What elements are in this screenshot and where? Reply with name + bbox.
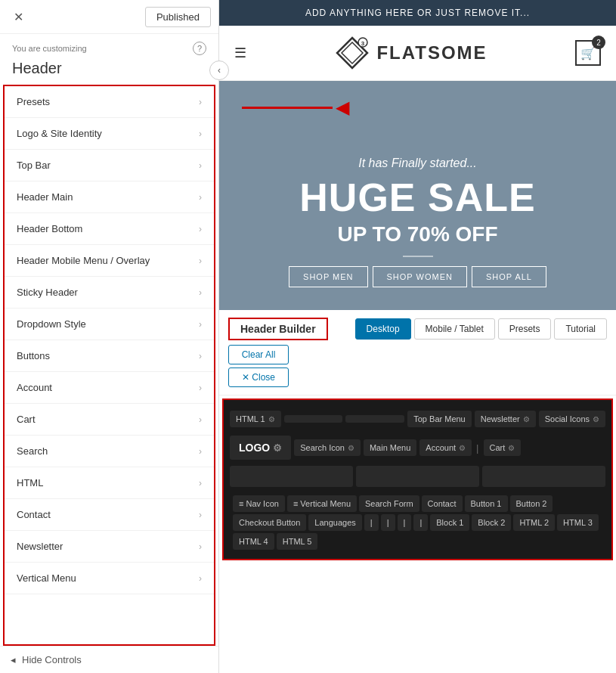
menu-item-label: Buttons — [17, 350, 50, 361]
panel-topbar: ✕ Published — [0, 0, 218, 34]
builder-cell-empty5 — [482, 466, 605, 487]
shop-button-shop-men[interactable]: SHOP MEN — [289, 266, 367, 287]
hamburger-icon[interactable]: ☰ — [234, 45, 246, 61]
menu-item-logo-site-identity[interactable]: Logo & Site Identity› — [5, 118, 214, 150]
bottom-item-sep4[interactable]: | — [413, 514, 428, 531]
bottom-item-sep2[interactable]: | — [381, 514, 395, 531]
builder-cell-account[interactable]: Account ⚙ — [419, 439, 472, 456]
hide-controls-bar[interactable]: ◂ Hide Controls — [0, 646, 218, 673]
bottom-item-html3[interactable]: HTML 3 — [557, 514, 599, 531]
builder-cell-top-bar-menu[interactable]: Top Bar Menu — [407, 411, 471, 427]
menu-item-label: Header Mobile Menu / Overlay — [17, 255, 150, 266]
chevron-icon: › — [199, 383, 202, 393]
chevron-icon: › — [199, 478, 202, 488]
builder-cell-empty1 — [284, 415, 343, 423]
help-icon[interactable]: ? — [193, 42, 206, 55]
chevron-icon: › — [199, 541, 202, 552]
bottom-items-row: ≡ Nav Icon ≡ Vertical Menu Search Form C… — [230, 492, 605, 553]
chevron-icon: › — [199, 129, 202, 139]
menu-item-label: Header Main — [17, 191, 73, 203]
shop-button-shop-women[interactable]: SHOP WOMEN — [373, 266, 467, 287]
chevron-icon: › — [199, 510, 202, 520]
chevron-icon: › — [199, 573, 202, 584]
header-builder-title: Header Builder — [228, 318, 328, 340]
announcement-text: ADD ANYTHING HERE OR JUST REMOVE IT... — [305, 8, 530, 18]
bottom-item-sep1[interactable]: | — [364, 514, 379, 531]
menu-item-label: Top Bar — [17, 160, 51, 171]
menu-item-label: Header Bottom — [17, 223, 82, 234]
menu-item-label: HTML — [17, 477, 43, 488]
menu-item-contact[interactable]: Contact› — [5, 499, 214, 531]
hero-divider — [403, 256, 433, 257]
hero-title: HUGE SALE — [234, 176, 601, 219]
bottom-item-languages[interactable]: Languages — [308, 514, 361, 531]
site-header: ☰ 3 FLATSOME 🛒 2 — [219, 26, 616, 81]
tab-presets[interactable]: Presets — [498, 318, 552, 340]
chevron-icon: › — [199, 160, 202, 171]
menu-item-label: Sticky Header — [17, 287, 78, 298]
menu-item-account[interactable]: Account› — [5, 372, 214, 404]
tab-mobile-tablet[interactable]: Mobile / Tablet — [414, 318, 495, 340]
shop-button-shop-all[interactable]: SHOP ALL — [472, 266, 546, 287]
menu-item-newsletter[interactable]: Newsletter› — [5, 531, 214, 563]
logo-area: 3 FLATSOME — [334, 35, 487, 71]
bottom-item-block2[interactable]: Block 2 — [472, 514, 511, 531]
menu-item-label: Contact — [17, 509, 51, 520]
bottom-item-search-form[interactable]: Search Form — [359, 495, 419, 512]
builder-cell-html1[interactable]: HTML 1 ⚙ — [230, 411, 281, 427]
menu-item-vertical-menu[interactable]: Vertical Menu› — [5, 563, 214, 594]
bottom-item-html2[interactable]: HTML 2 — [513, 514, 555, 531]
hero-subtitle: It has Finally started... — [234, 157, 601, 170]
bottom-item-nav-icon[interactable]: ≡ Nav Icon — [233, 495, 285, 512]
menu-item-cart[interactable]: Cart› — [5, 404, 214, 436]
menu-item-header-main[interactable]: Header Main› — [5, 181, 214, 213]
builder-cell-social-icons[interactable]: Social Icons ⚙ — [539, 411, 605, 427]
svg-text:3: 3 — [361, 40, 365, 47]
menu-item-presets[interactable]: Presets› — [5, 86, 214, 118]
hero-subtitle2: UP TO 70% OFF — [234, 222, 601, 247]
bottom-item-html4[interactable]: HTML 4 — [233, 533, 274, 550]
hero-section: It has Finally started... HUGE SALE UP T… — [219, 134, 616, 310]
tab-tutorial[interactable]: Tutorial — [554, 318, 607, 340]
bottom-item-checkout-button[interactable]: Checkout Button — [233, 514, 306, 531]
builder-cell-cart[interactable]: Cart ⚙ — [484, 439, 522, 456]
published-button[interactable]: Published — [145, 7, 211, 27]
menu-item-html[interactable]: HTML› — [5, 467, 214, 499]
builder-row-2: LOGO ⚙ Search Icon ⚙ Main Menu Account ⚙… — [230, 435, 605, 461]
builder-cell-search-icon[interactable]: Search Icon ⚙ — [294, 439, 361, 456]
collapse-panel-button[interactable]: ‹ — [209, 60, 229, 80]
menu-item-label: Search — [17, 445, 48, 457]
menu-item-buttons[interactable]: Buttons› — [5, 340, 214, 372]
menu-item-label: Logo & Site Identity — [17, 128, 102, 139]
bottom-item-vertical-menu[interactable]: ≡ Vertical Menu — [287, 495, 357, 512]
bottom-item-button2[interactable]: Button 2 — [510, 495, 553, 512]
clear-all-button[interactable]: Clear All — [228, 345, 289, 364]
bottom-item-html5[interactable]: HTML 5 — [277, 533, 318, 550]
bottom-item-sep3[interactable]: | — [398, 514, 412, 531]
chevron-icon: › — [199, 97, 202, 107]
menu-item-label: Newsletter — [17, 541, 63, 552]
menu-item-top-bar[interactable]: Top Bar› — [5, 150, 214, 181]
builder-cell-main-menu[interactable]: Main Menu — [364, 439, 416, 456]
tab-desktop[interactable]: Desktop — [355, 318, 411, 340]
menu-item-search[interactable]: Search› — [5, 436, 214, 467]
bottom-item-block1[interactable]: Block 1 — [430, 514, 469, 531]
builder-tabs: Desktop Mobile / Tablet Presets Tutorial — [355, 318, 607, 340]
menu-item-header-mobile-menu[interactable]: Header Mobile Menu / Overlay› — [5, 245, 214, 277]
builder-cell-newsletter[interactable]: Newsletter ⚙ — [475, 411, 536, 427]
menu-item-label: Account — [17, 382, 52, 393]
cart-icon[interactable]: 🛒 2 — [575, 40, 601, 66]
logo-text: FLATSOME — [376, 42, 487, 64]
close-builder-button[interactable]: ✕ Close — [228, 368, 289, 387]
builder-cell-empty3 — [230, 466, 353, 487]
menu-item-header-bottom[interactable]: Header Bottom› — [5, 213, 214, 245]
cart-badge: 2 — [592, 36, 605, 49]
bottom-item-button1[interactable]: Button 1 — [465, 495, 508, 512]
builder-cell-logo[interactable]: LOGO ⚙ — [230, 436, 291, 460]
menu-item-sticky-header[interactable]: Sticky Header› — [5, 277, 214, 309]
red-arrow-icon: ◀ — [242, 97, 349, 118]
close-panel-button[interactable]: ✕ — [8, 6, 29, 27]
bottom-item-contact[interactable]: Contact — [422, 495, 463, 512]
menu-item-dropdown-style[interactable]: Dropdown Style› — [5, 309, 214, 340]
header-builder-grid: HTML 1 ⚙ Top Bar Menu Newsletter ⚙ Socia… — [222, 399, 613, 560]
